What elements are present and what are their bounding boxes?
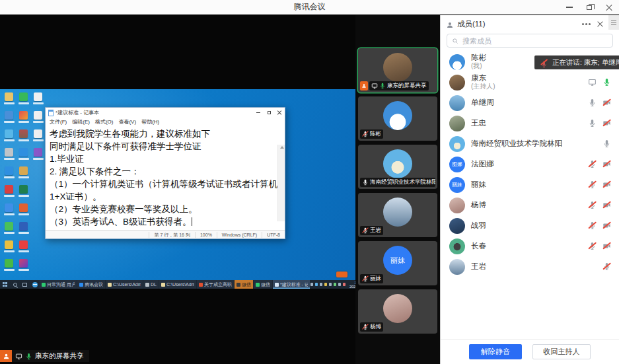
video-thumbnail[interactable]: 杨博 xyxy=(358,289,437,334)
member-row[interactable]: 杨博 xyxy=(441,195,619,215)
camera-off-icon[interactable] xyxy=(602,180,611,189)
desktop-icon xyxy=(17,111,30,129)
desktop-icon-label xyxy=(33,158,44,160)
desktop-icon xyxy=(17,129,30,148)
desktop-icon-label xyxy=(4,195,15,197)
member-row[interactable]: 王忠 xyxy=(441,113,619,133)
notepad-close-button xyxy=(274,108,285,118)
mic-icon[interactable] xyxy=(588,160,597,168)
member-avatar xyxy=(449,95,465,111)
notepad-line: （3）英语考试A、B级证书获得者。 xyxy=(50,215,275,228)
taskbar-app-icon xyxy=(79,283,83,287)
ie-taskbar-icon xyxy=(30,280,40,289)
mic-icon[interactable] xyxy=(602,262,611,271)
desktop-icon xyxy=(2,222,16,240)
notepad-status-bar: 第 7 行，第 16 列 100% Windows (CRLF) UTF-8 xyxy=(46,230,285,238)
restore-icon xyxy=(587,5,592,10)
mic-icon[interactable] xyxy=(602,139,611,148)
taskbar-app-icon xyxy=(42,283,46,287)
status-encoding: UTF-8 xyxy=(262,232,285,238)
mic-icon[interactable] xyxy=(588,98,597,107)
video-thumbnail[interactable]: 陈彬 xyxy=(358,96,437,141)
camera-off-icon[interactable] xyxy=(602,119,611,127)
desktop-icon xyxy=(2,166,16,185)
participant-avatar xyxy=(383,53,412,82)
participant-avatar: 丽妹 xyxy=(383,246,412,275)
sharer-badge-icon xyxy=(0,350,12,362)
desktop-icon xyxy=(17,92,30,111)
taskbar-app-button: 腾讯会议 xyxy=(77,280,105,289)
member-row[interactable]: 战羽 xyxy=(441,215,619,236)
participant-avatar xyxy=(383,149,412,178)
notepad-line: 1+X证书）。 xyxy=(50,190,275,203)
video-thumbnail[interactable]: 王岩 xyxy=(358,193,437,237)
reclaim-host-button[interactable]: 收回主持人 xyxy=(532,344,591,359)
minimize-button[interactable] xyxy=(560,0,579,15)
taskbar-app-button: C:\Users\Adm... xyxy=(159,280,196,289)
restore-button[interactable] xyxy=(579,0,599,15)
member-row[interactable]: 单继周 xyxy=(441,92,619,113)
member-row[interactable]: 图娜 法图娜 xyxy=(441,154,619,174)
member-row[interactable]: 康东 (主持人) xyxy=(441,72,619,92)
panel-toggle-strip[interactable] xyxy=(608,15,619,30)
menu-view: 查看(V) xyxy=(118,118,136,126)
video-thumbnail[interactable]: 康东的屏幕共享 xyxy=(358,48,437,92)
desktop-icon xyxy=(2,240,16,259)
close-button[interactable] xyxy=(599,0,619,15)
mic-icon[interactable] xyxy=(588,221,597,230)
member-search-box xyxy=(447,34,613,48)
taskbar-app-icon xyxy=(145,283,149,287)
member-row[interactable]: 长春 xyxy=(441,236,619,256)
member-avatar xyxy=(449,218,465,234)
member-row[interactable]: 王岩 xyxy=(441,256,619,277)
browser-icon xyxy=(5,259,13,268)
camera-off-icon[interactable] xyxy=(602,98,611,107)
member-list: 陈彬 (我) 康东 (主持人) xyxy=(441,50,619,339)
members-panel-title: 成员(11) xyxy=(457,19,486,29)
video-thumbnail[interactable]: 丽妹 丽妹 xyxy=(358,241,437,285)
menu-help: 帮助(H) xyxy=(141,118,159,126)
camera-off-icon[interactable] xyxy=(602,160,611,168)
camera-off-icon[interactable] xyxy=(602,242,611,250)
panel-close-icon[interactable] xyxy=(597,21,603,27)
desktop-icon-label xyxy=(4,139,15,141)
desktop-icon xyxy=(2,148,16,166)
desktop-icon-label xyxy=(33,121,44,123)
desktop-icon-label xyxy=(4,102,15,104)
mic-icon xyxy=(362,324,369,330)
text-caret xyxy=(192,217,192,226)
more-menu-icon[interactable] xyxy=(582,23,584,25)
member-row[interactable]: 海南经贸职业技术学院林阳 xyxy=(441,133,619,154)
thumbnail-label: 杨博 xyxy=(370,323,381,331)
text-doc-icon xyxy=(34,129,42,138)
video-thumbnail[interactable]: 海南经贸职业技术学院林阳 xyxy=(358,145,437,189)
taskbar-app-button: 关于成立高职... xyxy=(197,280,234,289)
sharer-badge-icon xyxy=(360,81,368,91)
meeting-float-indicator xyxy=(336,272,347,277)
netdisk-icon xyxy=(5,203,13,212)
taskbar-app-icon xyxy=(108,283,112,287)
camera-off-icon[interactable] xyxy=(602,221,611,230)
mic-icon[interactable] xyxy=(588,180,597,189)
mic-icon[interactable] xyxy=(602,78,611,87)
tray-icon xyxy=(329,283,332,286)
search-input[interactable] xyxy=(461,36,608,46)
member-name: 王忠 xyxy=(471,119,486,127)
camera-off-icon[interactable] xyxy=(602,201,611,209)
mic-icon[interactable] xyxy=(588,242,597,250)
desktop-icon xyxy=(17,185,30,203)
member-name: 康东 xyxy=(471,74,495,83)
app-purple-icon xyxy=(34,148,42,157)
desktop-icon xyxy=(31,129,45,148)
unmute-button[interactable]: 解除静音 xyxy=(469,344,522,359)
member-avatar: 丽妹 xyxy=(449,177,465,193)
notepad-window: *建议标准 - 记事本 文件(F) 编辑(E) 格式(O) 查看(V) 帮助(H… xyxy=(45,107,285,239)
desktop-icon xyxy=(17,203,30,222)
tencent-meeting-window: 腾讯会议 xyxy=(0,0,619,364)
mic-icon[interactable] xyxy=(588,201,597,209)
member-row[interactable]: 丽妹 丽妹 xyxy=(441,174,619,195)
desktop-icon xyxy=(2,111,16,129)
mic-icon[interactable] xyxy=(588,119,597,127)
member-name: 战羽 xyxy=(471,221,486,230)
thumbnail-label: 海南经贸职业技术学院林阳 xyxy=(370,178,435,186)
